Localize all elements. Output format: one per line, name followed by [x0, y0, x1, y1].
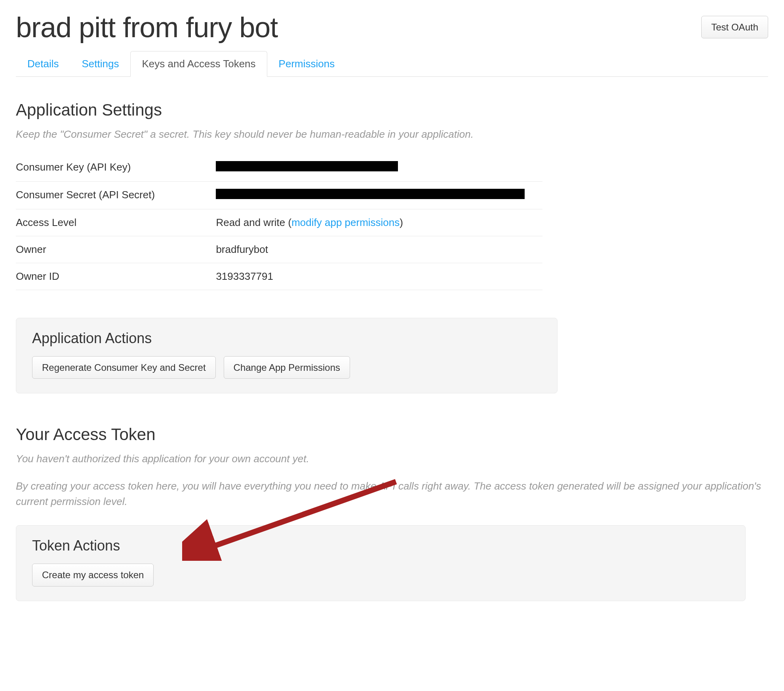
owner-label: Owner: [16, 243, 216, 256]
application-actions-panel: Application Actions Regenerate Consumer …: [16, 318, 558, 393]
tab-settings[interactable]: Settings: [70, 51, 130, 77]
modify-app-permissions-link[interactable]: modify app permissions: [291, 216, 400, 228]
tab-permissions[interactable]: Permissions: [267, 51, 346, 77]
table-row: Consumer Secret (API Secret): [16, 182, 542, 209]
consumer-secret-value: [216, 189, 542, 202]
application-settings-subtext: Keep the "Consumer Secret" a secret. Thi…: [16, 127, 768, 142]
access-level-text-close: ): [400, 216, 403, 228]
regenerate-consumer-key-button[interactable]: Regenerate Consumer Key and Secret: [32, 356, 216, 379]
access-level-text: Read and write (: [216, 216, 291, 228]
page-title: brad pitt from fury bot: [16, 12, 278, 43]
owner-id-value: 3193337791: [216, 270, 542, 283]
access-level-value: Read and write (modify app permissions): [216, 216, 542, 229]
application-settings-table: Consumer Key (API Key) Consumer Secret (…: [16, 154, 542, 290]
table-row: Owner bradfurybot: [16, 236, 542, 263]
tab-details[interactable]: Details: [16, 51, 70, 77]
your-access-token-heading: Your Access Token: [16, 425, 768, 444]
access-token-subtext-2: By creating your access token here, you …: [16, 478, 768, 509]
table-row: Owner ID 3193337791: [16, 263, 542, 290]
redacted-value: [216, 161, 398, 171]
owner-value: bradfurybot: [216, 243, 542, 256]
access-level-label: Access Level: [16, 216, 216, 229]
application-settings-heading: Application Settings: [16, 101, 768, 120]
access-token-subtext-1: You haven't authorized this application …: [16, 451, 768, 467]
application-actions-heading: Application Actions: [32, 330, 541, 347]
consumer-secret-label: Consumer Secret (API Secret): [16, 189, 216, 202]
table-row: Consumer Key (API Key): [16, 154, 542, 182]
tab-keys-and-access-tokens[interactable]: Keys and Access Tokens: [130, 51, 267, 77]
change-app-permissions-button[interactable]: Change App Permissions: [224, 356, 350, 379]
owner-id-label: Owner ID: [16, 270, 216, 283]
table-row: Access Level Read and write (modify app …: [16, 209, 542, 236]
test-oauth-button[interactable]: Test OAuth: [701, 16, 768, 38]
redacted-value: [216, 189, 525, 199]
tab-bar: Details Settings Keys and Access Tokens …: [16, 51, 768, 77]
consumer-key-value: [216, 161, 542, 174]
consumer-key-label: Consumer Key (API Key): [16, 161, 216, 174]
token-actions-heading: Token Actions: [32, 537, 729, 554]
create-my-access-token-button[interactable]: Create my access token: [32, 564, 154, 586]
token-actions-panel: Token Actions Create my access token: [16, 525, 746, 601]
